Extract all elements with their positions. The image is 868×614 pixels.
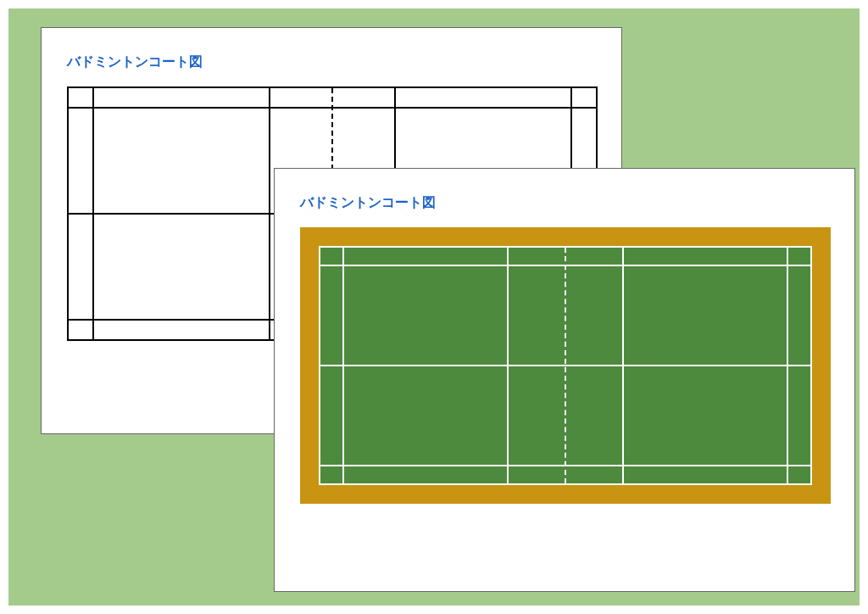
long-service-line-right	[787, 248, 788, 483]
panel-title: バドミントンコート図	[67, 53, 596, 71]
panel-title: バドミントンコート図	[300, 194, 829, 212]
short-service-line-left	[269, 88, 270, 339]
short-service-line-right	[622, 248, 624, 483]
stage: バドミントンコート図 バドミントンコート図	[8, 8, 860, 606]
short-service-line-left	[507, 248, 509, 483]
long-service-line-left	[342, 248, 344, 483]
long-service-line-left	[92, 88, 94, 339]
net-line	[565, 248, 566, 483]
panel-colored: バドミントンコート図	[274, 168, 855, 592]
court-surround	[300, 227, 831, 504]
badminton-court-colored	[319, 246, 812, 485]
